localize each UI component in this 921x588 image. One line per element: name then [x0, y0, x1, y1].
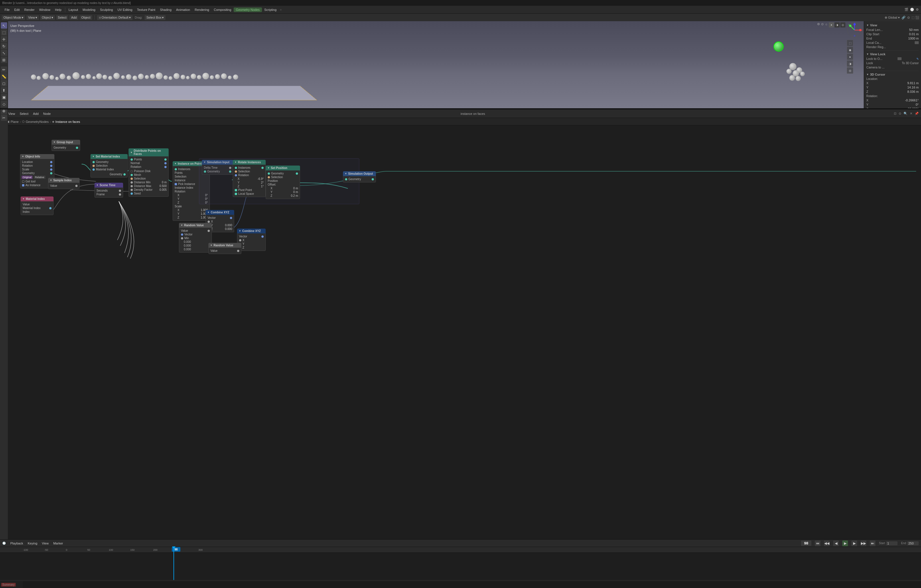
keying-menu[interactable]: Keying [27, 541, 39, 546]
annotate-tool[interactable]: ✏ [1, 67, 7, 73]
menu-plus[interactable]: + [280, 8, 282, 11]
cursor-z-value[interactable]: 8.036 m [907, 90, 919, 93]
select-box-dropdown[interactable]: Select Box ▾ [145, 15, 166, 20]
ri-pivot-check[interactable] [235, 189, 237, 191]
solid-shading-btn[interactable]: ● [829, 22, 834, 28]
knife-tool[interactable]: ✂ [1, 114, 7, 121]
jump-start-btn[interactable]: ⏮ [815, 541, 820, 546]
viewport-overlay-icon[interactable]: ⊙ [821, 22, 824, 28]
oi-get-tool-check[interactable] [22, 181, 24, 183]
viewport-settings-icon[interactable]: ⚙ [817, 22, 820, 28]
oi-as-instance-check[interactable] [22, 184, 24, 186]
node-snap-icon[interactable]: ⊡ [894, 112, 897, 116]
render-icon[interactable]: 🎬 [905, 8, 908, 11]
simulation-output-node[interactable]: Simulation Output Geometry [343, 171, 376, 182]
toolbar-icons-right[interactable]: ⬚ ⬛ [911, 16, 919, 20]
object2-dropdown[interactable]: Object [80, 15, 92, 20]
inset-tool[interactable]: ▣ [1, 94, 7, 100]
menu-shading[interactable]: Shading [158, 7, 174, 12]
menu-compositing[interactable]: Compositing [212, 7, 234, 12]
menu-scripting[interactable]: Scripting [262, 7, 279, 12]
jump-end-btn[interactable]: ⏭ [870, 541, 875, 546]
breadcrumb-plane[interactable]: Plane [11, 120, 19, 124]
scale-tool[interactable]: ⤡ [1, 50, 7, 56]
prev-keyframe-btn[interactable]: ◀◀ [824, 541, 830, 546]
node-node-menu[interactable]: Node [42, 111, 52, 116]
menu-animation[interactable]: Animation [174, 7, 192, 12]
add-dropdown[interactable]: Add [69, 15, 78, 20]
ri-local-check[interactable] [235, 193, 237, 195]
start-frame-input[interactable] [886, 541, 898, 545]
viewport-node-divider[interactable] [0, 108, 921, 109]
3d-viewport[interactable]: User Perspective (98) h don tool | Plane… [8, 21, 864, 109]
node-add-menu[interactable]: Add [32, 111, 40, 116]
menu-render[interactable]: Render [22, 7, 37, 12]
node-pin-icon[interactable]: 📌 [915, 112, 919, 116]
menu-geometry-nodes[interactable]: Geometry Nodes [234, 7, 262, 12]
viewport-shading-render[interactable]: ◎ [847, 67, 853, 73]
lock-to-icon[interactable]: ✎ [916, 57, 919, 60]
scene-time-node[interactable]: Scene Time Seconds Frame [94, 183, 123, 198]
move-tool[interactable]: ✛ [1, 36, 7, 42]
group-input-node[interactable]: Group Input Geometry [52, 140, 80, 151]
node-select-menu[interactable]: Select [19, 111, 30, 116]
measure-tool[interactable]: 📏 [1, 73, 7, 80]
viewport-shading-material[interactable]: ◑ [847, 60, 853, 67]
rendered-shading-btn[interactable]: ◎ [840, 22, 845, 28]
marker-menu[interactable]: Marker [52, 541, 64, 546]
menu-uv-editing[interactable]: UV Editing [115, 7, 135, 12]
lock-to-field[interactable] [898, 57, 901, 60]
viewport-shading-solid[interactable]: ● [847, 54, 853, 60]
node-close-icon[interactable]: ✕ [910, 112, 913, 116]
perspective-ortho-toggle[interactable]: ⬚ [847, 40, 853, 46]
current-frame-display[interactable]: 98 [801, 541, 811, 546]
select-dropdown[interactable]: Select [56, 15, 68, 20]
breadcrumb-geo-nodes[interactable]: GeometryNodes [26, 120, 49, 124]
settings-icon[interactable]: ⚙ [916, 8, 919, 11]
random-value-1-node[interactable]: Random Value Value Vector Min 0.000 [179, 223, 212, 252]
snap-icon[interactable]: 🔗 [901, 16, 906, 20]
prev-frame-btn[interactable]: ◀ [833, 541, 839, 546]
menu-modeling[interactable]: Modeling [80, 7, 98, 12]
bevel-tool[interactable]: ◇ [1, 101, 7, 107]
proportional-icon[interactable]: ⊙ [907, 16, 910, 20]
node-view-menu[interactable]: View [7, 111, 16, 116]
timeline-tracks[interactable]: 98 [0, 553, 921, 580]
cursor-rx-value[interactable]: -0.26661° [905, 99, 919, 102]
menu-rendering[interactable]: Rendering [192, 7, 212, 12]
menu-edit[interactable]: Edit [12, 7, 22, 12]
menu-help[interactable]: Help [53, 7, 64, 12]
viewport-xray-icon[interactable]: ☼ [825, 22, 828, 28]
cursor-tool[interactable]: ↖ [1, 22, 7, 29]
rotate-instances-node[interactable]: Rotate Instances Instances Selection Rot… [233, 160, 266, 197]
combine-xyz-2-node[interactable]: Combine XYZ Vector X Y Z [237, 228, 266, 251]
menu-sculpting[interactable]: Sculpting [98, 7, 115, 12]
cursor-x-value[interactable]: 9.811 m [907, 81, 919, 85]
cursor-ry-value[interactable]: 0° [916, 103, 919, 106]
local-ca-field[interactable] [915, 41, 919, 44]
oi-original-btn[interactable]: Original [21, 176, 33, 179]
mode-dropdown[interactable]: Object Mode ▾ [2, 15, 25, 20]
iop-pick-check[interactable] [175, 183, 177, 185]
menu-file[interactable]: File [2, 7, 12, 12]
transform-tool[interactable]: ⊞ [1, 57, 7, 63]
set-material-index-node[interactable]: Set Material Index Geometry Selection Ma… [91, 154, 128, 178]
menu-texture-paint[interactable]: Texture Paint [135, 7, 158, 12]
sample-index-node[interactable]: Sample Index Value [48, 178, 80, 189]
distribute-points-node[interactable]: Distribute Points on Faces Points Normal… [129, 148, 169, 197]
viewport-shading-icon[interactable]: ⚪ [910, 8, 914, 11]
view-dropdown[interactable]: View ▾ [26, 15, 39, 20]
menu-layout[interactable]: Layout [67, 7, 80, 12]
view-menu-timeline[interactable]: View [41, 541, 50, 546]
next-frame-btn[interactable]: ▶ [851, 541, 857, 546]
play-btn[interactable]: ▶ [842, 541, 848, 546]
material-shading-btn[interactable]: ◑ [835, 22, 840, 28]
node-canvas[interactable]: ↖ ⬚ [0, 125, 921, 539]
node-zoom-icon[interactable]: 🔍 [903, 112, 908, 116]
local-view-btn[interactable]: ◉ [847, 47, 853, 53]
cursor-y-value[interactable]: 14.16 m [907, 86, 919, 89]
extrude-tool[interactable]: ⬆ [1, 87, 7, 93]
add-cube-tool[interactable]: ◻ [1, 80, 7, 86]
rotate-tool[interactable]: ↻ [1, 43, 7, 49]
orientation-dropdown[interactable]: ⊕ Orientation: Default ▾ [97, 15, 133, 20]
